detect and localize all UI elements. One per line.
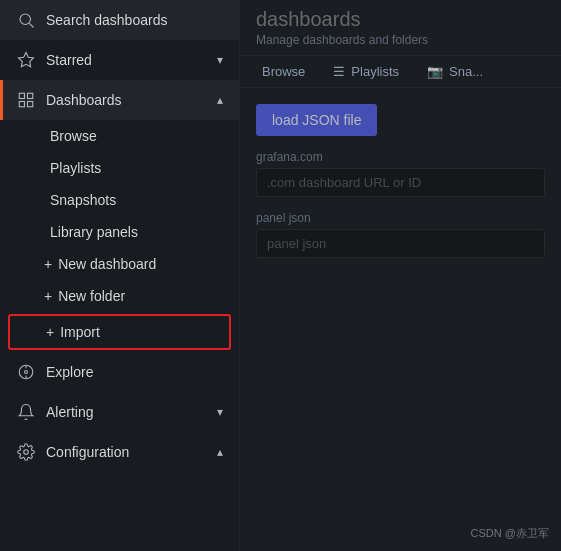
configuration-chevron: ▴ bbox=[217, 445, 223, 459]
alerting-chevron: ▾ bbox=[217, 405, 223, 419]
grafana-url-row: grafana.com bbox=[256, 150, 545, 197]
import-section: load JSON file grafana.com panel json bbox=[240, 88, 561, 274]
panel-json-row: panel json bbox=[256, 211, 545, 258]
plus-icon-new-dashboard: + bbox=[44, 256, 52, 272]
sidebar-item-explore[interactable]: Explore bbox=[0, 352, 239, 392]
new-dashboard-item[interactable]: + New dashboard bbox=[0, 248, 239, 280]
starred-chevron: ▾ bbox=[217, 53, 223, 67]
sub-item-library-panels[interactable]: Library panels bbox=[0, 216, 239, 248]
svg-rect-6 bbox=[28, 102, 33, 107]
grid-icon bbox=[16, 90, 36, 110]
sidebar-alerting-label: Alerting bbox=[46, 404, 207, 420]
grafana-url-input[interactable] bbox=[256, 168, 545, 197]
svg-point-11 bbox=[24, 450, 29, 455]
tab-snapshots[interactable]: 📷 Sna... bbox=[413, 56, 497, 87]
svg-rect-4 bbox=[28, 93, 33, 98]
tab-browse[interactable]: Browse bbox=[248, 56, 319, 87]
grafana-url-label: grafana.com bbox=[256, 150, 545, 164]
sidebar-item-dashboards[interactable]: Dashboards ▴ bbox=[0, 80, 239, 120]
bell-icon bbox=[16, 402, 36, 422]
svg-point-8 bbox=[25, 371, 28, 374]
svg-marker-2 bbox=[19, 53, 34, 67]
sub-item-playlists[interactable]: Playlists bbox=[0, 152, 239, 184]
sub-item-snapshots[interactable]: Snapshots bbox=[0, 184, 239, 216]
watermark-text: CSDN @赤卫军 bbox=[471, 526, 549, 541]
panel-json-input[interactable] bbox=[256, 229, 545, 258]
dashboards-chevron: ▴ bbox=[217, 93, 223, 107]
page-subtitle: Manage dashboards and folders bbox=[256, 33, 545, 47]
gear-icon bbox=[16, 442, 36, 462]
sidebar-item-alerting[interactable]: Alerting ▾ bbox=[0, 392, 239, 432]
panel-json-label: panel json bbox=[256, 211, 545, 225]
dashboards-submenu: Browse Playlists Snapshots Library panel… bbox=[0, 120, 239, 352]
sidebar-search-label: Search dashboards bbox=[46, 12, 223, 28]
sub-item-browse[interactable]: Browse bbox=[0, 120, 239, 152]
plus-icon-new-folder: + bbox=[44, 288, 52, 304]
svg-line-1 bbox=[29, 23, 33, 27]
plus-icon-import: + bbox=[46, 324, 54, 340]
star-icon bbox=[16, 50, 36, 70]
sidebar: Search dashboards Starred ▾ Dashboards ▴… bbox=[0, 0, 240, 551]
page-title: dashboards bbox=[256, 8, 545, 31]
sidebar-explore-label: Explore bbox=[46, 364, 223, 380]
svg-rect-5 bbox=[19, 102, 24, 107]
sidebar-item-search[interactable]: Search dashboards bbox=[0, 0, 239, 40]
sidebar-configuration-label: Configuration bbox=[46, 444, 207, 460]
snapshot-icon: 📷 bbox=[427, 64, 443, 79]
new-folder-item[interactable]: + New folder bbox=[0, 280, 239, 312]
svg-rect-3 bbox=[19, 93, 24, 98]
sidebar-starred-label: Starred bbox=[46, 52, 207, 68]
upload-json-button[interactable]: load JSON file bbox=[256, 104, 377, 136]
sidebar-item-starred[interactable]: Starred ▾ bbox=[0, 40, 239, 80]
tabs-row: Browse ☰ Playlists 📷 Sna... bbox=[240, 56, 561, 88]
sidebar-dashboards-label: Dashboards bbox=[46, 92, 207, 108]
import-item[interactable]: + Import bbox=[8, 314, 231, 350]
svg-point-0 bbox=[20, 14, 31, 25]
tab-playlists[interactable]: ☰ Playlists bbox=[319, 56, 413, 87]
main-header: dashboards Manage dashboards and folders bbox=[240, 0, 561, 56]
playlist-icon: ☰ bbox=[333, 64, 345, 79]
main-content: dashboards Manage dashboards and folders… bbox=[240, 0, 561, 551]
explore-icon bbox=[16, 362, 36, 382]
upload-btn-wrapper: load JSON file bbox=[256, 104, 545, 136]
sidebar-item-configuration[interactable]: Configuration ▴ bbox=[0, 432, 239, 472]
search-icon bbox=[16, 10, 36, 30]
